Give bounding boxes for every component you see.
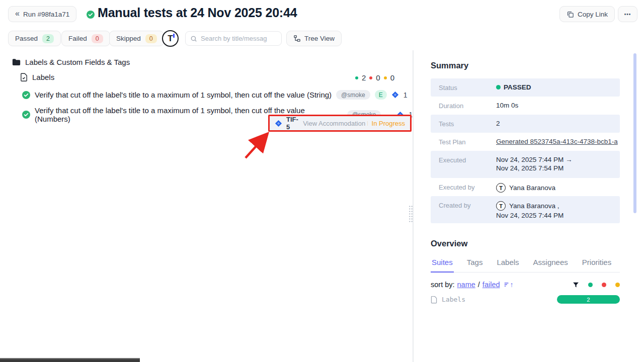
more-options-button[interactable]: •••: [618, 6, 637, 22]
status-value: PASSED: [496, 78, 531, 91]
summary-title: Summary: [431, 61, 468, 70]
user-avatar-filter[interactable]: T: [162, 30, 179, 47]
status-dot-icon: [496, 85, 501, 89]
annotation-highlight-box: TIF-5 View Accommodation Det... In Progr…: [268, 115, 412, 132]
tree-view-label: Tree View: [304, 35, 335, 42]
search-box: [185, 31, 282, 46]
test-passed-icon: [22, 111, 30, 119]
user-avatar-icon: T: [496, 183, 506, 193]
summary-row-executed: Executed Nov 24, 2025 7:44 PM → Nov 24, …: [431, 151, 620, 178]
search-input[interactable]: [201, 35, 277, 42]
test-tag-badge[interactable]: @smoke: [336, 90, 370, 100]
created-by-date: Nov 24, 2025 7:44 PM: [496, 212, 564, 219]
passed-progress-bar[interactable]: 2: [557, 295, 620, 304]
tree-suite-row[interactable]: Labels: [20, 73, 54, 81]
test-env-badge[interactable]: E: [375, 90, 387, 100]
test-row[interactable]: Verify that cut off the label's title to…: [22, 90, 407, 100]
issue-count: 1: [404, 91, 408, 99]
summary-label: Created by: [439, 196, 496, 209]
sort-by-label: sort by:: [431, 281, 455, 289]
overview-tabs: Suites Tags Labels Assignees Priorities: [431, 255, 620, 273]
tab-suites[interactable]: Suites: [431, 255, 454, 273]
legend-skipped-dot[interactable]: [615, 283, 620, 287]
summary-label: Duration: [439, 97, 496, 110]
tab-tags[interactable]: Tags: [466, 255, 484, 272]
passed-filter-label: Passed: [15, 35, 38, 42]
copy-link-label: Copy Link: [578, 11, 608, 18]
jira-icon: [275, 120, 282, 127]
bottom-edge-bar: [0, 358, 140, 362]
sort-controls: sort by: name / failed ↑: [431, 281, 620, 289]
test-passed-icon: [22, 91, 30, 99]
summary-row-tests: Tests 2: [431, 115, 620, 133]
copy-link-button[interactable]: Copy Link: [559, 6, 615, 22]
tab-priorities[interactable]: Priorities: [581, 255, 612, 272]
summary-table: Status PASSED Duration 10m 0s Tests 2 Te…: [431, 78, 620, 223]
annotation-arrow-icon: [242, 130, 273, 161]
failed-filter-button[interactable]: Failed 0: [61, 31, 110, 46]
sort-direction-arrow-icon[interactable]: ↑: [510, 281, 514, 289]
suite-counts: 2 0 0: [355, 73, 394, 82]
status-text: PASSED: [504, 83, 531, 91]
sort-order-icon[interactable]: [504, 282, 510, 288]
tests-value: 2: [496, 115, 500, 127]
test-title: Verify that cut off the label's title to…: [35, 90, 332, 99]
suite-label: Labels: [32, 73, 54, 81]
overview-suite-row[interactable]: Labels 2: [431, 295, 620, 304]
panel-resize-handle[interactable]: [409, 205, 413, 223]
suite-skipped-count: 0: [390, 73, 394, 82]
skipped-dot-icon: [384, 76, 387, 79]
failed-count-badge: 0: [92, 34, 103, 43]
suite-failed-count: 0: [376, 73, 380, 82]
overview-title: Overview: [431, 239, 467, 248]
summary-label: Status: [439, 78, 496, 92]
folder-icon: [12, 58, 21, 66]
summary-row-duration: Duration 10m 0s: [431, 97, 620, 115]
tree-view-button[interactable]: Tree View: [286, 31, 342, 46]
filter-toolbar: Passed 2 Failed 0 Skipped 0 T Tree View: [0, 28, 644, 50]
duration-value: 10m 0s: [496, 97, 518, 109]
executed-start: Nov 24, 2025 7:44 PM →: [496, 156, 573, 163]
overview-suite-name: Labels: [442, 296, 465, 303]
skipped-count-badge: 0: [145, 34, 157, 43]
back-to-run-button[interactable]: « Run #98fa1a71: [8, 6, 76, 22]
double-chevron-left-icon: «: [15, 9, 20, 18]
summary-row-test-plan: Test Plan Generated 8523745a-413c-4738-b…: [431, 133, 620, 151]
test-plan-link[interactable]: Generated 8523745a-413c-4738-bcb1-a: [496, 138, 618, 145]
test-tree-panel: Labels & Custom Fields & Tags Labels 2 0…: [0, 50, 413, 359]
file-icon: [431, 296, 437, 304]
passed-filter-button[interactable]: Passed 2: [8, 31, 61, 46]
skipped-filter-button[interactable]: Skipped 0: [109, 31, 164, 46]
created-by-name: Yana Baranova ,: [509, 202, 559, 210]
back-button-label: Run #98fa1a71: [23, 11, 69, 18]
status-legend: [573, 282, 620, 288]
passed-count-badge: 2: [42, 34, 54, 43]
executed-by-name: Yana Baranova: [509, 184, 555, 192]
filter-funnel-icon[interactable]: [573, 282, 579, 288]
suite-file-icon: [20, 73, 28, 81]
copy-icon: [567, 11, 574, 18]
sort-by-name-link[interactable]: name: [457, 281, 475, 289]
summary-row-executed-by: Executed by T Yana Baranova: [431, 178, 620, 196]
summary-label: Test Plan: [439, 133, 496, 146]
jira-issue-popup[interactable]: TIF-5 View Accommodation Det... In Progr…: [270, 116, 410, 130]
jira-icon[interactable]: [391, 91, 399, 99]
summary-row-status: Status PASSED: [431, 78, 620, 97]
legend-failed-dot[interactable]: [602, 283, 606, 287]
sidebar-scrollbar-thumb[interactable]: [633, 53, 636, 213]
sort-by-failed-link[interactable]: failed: [482, 281, 500, 289]
tab-assignees[interactable]: Assignees: [532, 255, 569, 272]
avatar-initial: T: [168, 34, 173, 44]
summary-row-created-by: Created by T Yana Baranova , Nov 24, 202…: [431, 196, 620, 223]
failed-dot-icon: [369, 76, 372, 79]
jira-issue-key: TIF-5: [286, 116, 299, 131]
summary-label: Executed: [439, 151, 496, 164]
tab-labels[interactable]: Labels: [496, 255, 520, 272]
ellipsis-icon: •••: [624, 12, 631, 17]
legend-passed-dot[interactable]: [588, 283, 593, 287]
tree-folder-row[interactable]: Labels & Custom Fields & Tags: [12, 58, 130, 66]
passed-dot-icon: [355, 76, 358, 79]
tree-view-icon: [293, 35, 301, 42]
page-title: Manual tests at 24 Nov 2025 20:44: [98, 6, 297, 20]
summary-label: Executed by: [439, 178, 496, 191]
